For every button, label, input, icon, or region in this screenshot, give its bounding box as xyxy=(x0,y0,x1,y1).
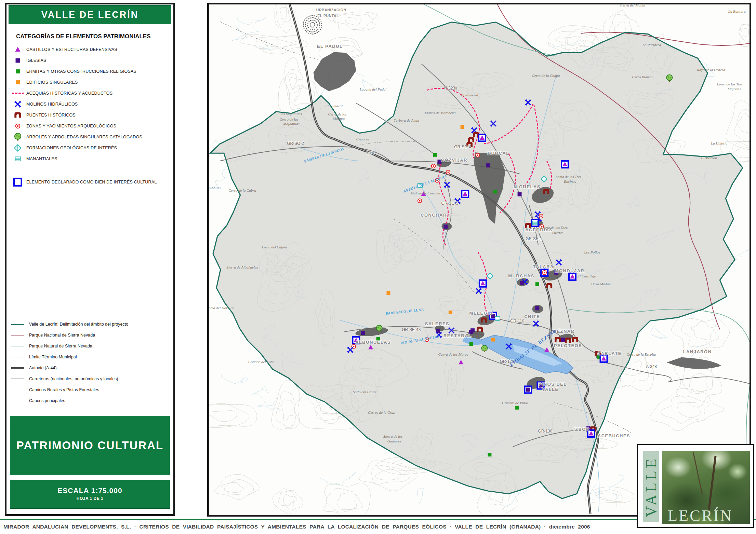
map-symbol-igl xyxy=(561,338,565,342)
map-symbol-erm xyxy=(515,406,519,410)
legend-panel: VALLE DE LECRÍN CATEGORÍAS DE ELEMENTOS … xyxy=(5,3,175,516)
legend-item-label: FORMACIONES GEOLÓGICAS DE INTERÉS xyxy=(26,146,117,150)
sheet-title: PATRIMONIO CULTURAL xyxy=(10,416,170,475)
irrigation-channel-icon xyxy=(9,88,26,98)
map-label-terrain: Turbera de Agua xyxy=(394,118,419,122)
map-label-terrain: Crucero de Pinos xyxy=(502,401,528,405)
map-label-town: MURCHAS xyxy=(508,273,534,278)
map-label-town: ALBUÑUELAS xyxy=(355,340,391,345)
valle-lecrin-logo: VALLE LECRÍN xyxy=(637,444,754,528)
map-label-road: GR-110 xyxy=(510,319,524,324)
map-label-terrain: La Paridera xyxy=(642,43,661,47)
map-label-terrain: El Castillejo xyxy=(577,274,596,278)
map-symbol-igl xyxy=(361,331,365,335)
map-label-town: PELOTEOS xyxy=(554,343,582,348)
map-label-terrain: Cijancos xyxy=(356,137,370,141)
map-label-town: DÚRCAL xyxy=(488,151,509,156)
map-label-terrain: Loma del Capón xyxy=(262,245,287,249)
map-label-town: CHITE xyxy=(524,314,540,319)
map-label-town: RESTÁBAL xyxy=(443,333,472,338)
map-label-town: EL PUNTAL xyxy=(317,14,339,18)
legend-line-label: Valle de Lecrín: Delimitación del ámbito… xyxy=(29,322,128,327)
building-icon xyxy=(9,78,26,87)
sheet-number: HOJA 1 DE 1 xyxy=(10,496,170,501)
castle-icon xyxy=(9,45,26,54)
legend-item: CASTILLOS Y ESTRUCTURAS DEFENSIVAS xyxy=(9,44,172,55)
legend-line-items: Valle de Lecrín: Delimitación del ámbito… xyxy=(11,319,172,406)
map-symbol-cast-bic xyxy=(569,273,576,280)
map-label-road: A-348 xyxy=(646,364,657,369)
rural-tracks-line-swatch xyxy=(11,390,24,390)
logo-strip: VALLE xyxy=(643,451,659,522)
legend-item: FORMACIONES GEOLÓGICAS DE INTERÉS xyxy=(9,142,172,153)
map-label-terrain: Suertes xyxy=(552,231,563,235)
map-symbol-arq xyxy=(432,164,436,168)
map-symbol-cast-bic xyxy=(561,161,568,168)
map-label-terrain: Cerro de la Escolta xyxy=(626,352,656,356)
legend-line: Caminos Rurales y Pistas Forestales xyxy=(11,384,172,395)
map-symbol-cast-bic xyxy=(462,191,468,197)
map-symbol-cast-bic xyxy=(479,134,486,141)
map-label-terrain: Sierra del Manar xyxy=(620,4,646,7)
logo-photo: LECRÍN xyxy=(662,451,750,524)
map-symbol-erm xyxy=(535,282,539,286)
legend-item: PUENTES HISTÓRICOS xyxy=(9,110,172,121)
map-symbol-edi xyxy=(491,338,495,342)
map-symbol-igl xyxy=(518,192,522,196)
geological-formation-icon xyxy=(9,143,26,153)
map-symbol-arq xyxy=(418,199,422,203)
map-label-road: N-323a xyxy=(444,86,458,91)
legend-item-label: ÁRBOLES Y ARBOLEDAS SINGULARES CATALOGAD… xyxy=(26,135,142,139)
map-label-town: MONDÚJAR xyxy=(555,268,585,273)
legend-item: ZONAS Y YACIMIENTOS ARQUEOLÓGICOS xyxy=(9,121,172,132)
legend-line-label: Cauces principales xyxy=(29,398,65,403)
legend-line-label: Límite Término Municipal xyxy=(29,355,77,359)
map-symbol-igl-bic xyxy=(525,386,531,393)
legend-line: Límite Término Municipal xyxy=(11,352,172,362)
map-label-road: GR-SO-4 xyxy=(454,145,471,149)
map-panel: URBANIZACIÓNEL PUNTALEL PADULCOZVÍJARDÚR… xyxy=(207,3,751,517)
topographic-map: URBANIZACIÓNEL PUNTALEL PADULCOZVÍJARDÚR… xyxy=(209,4,750,515)
legend-item: MOLINOS HIDRÁULICOS xyxy=(9,99,172,110)
map-sheet: VALLE DE LECRÍN CATEGORÍAS DE ELEMENTOS … xyxy=(0,0,756,534)
legend-line: Parque Nacional de Sierra Nevada xyxy=(11,330,172,341)
map-symbol-igl xyxy=(443,224,448,229)
map-label-terrain: Cerro de las Diez xyxy=(541,225,568,230)
map-label-terrain: Cueva de los Moros xyxy=(438,352,468,356)
legend-title: CATEGORÍAS DE ELEMENTOS PATRIMONIALES xyxy=(16,33,151,40)
map-symbol-igl xyxy=(520,281,524,285)
map-title-bar: VALLE DE LECRÍN xyxy=(9,5,171,24)
legend-line-label: Parque Natural de Sierra Nevada xyxy=(29,344,92,348)
map-label-terrain: Encinas xyxy=(563,179,576,183)
map-label-terrain: El Zumacal xyxy=(325,104,343,108)
map-label-road: GR-SO-5 xyxy=(441,201,458,206)
map-label-terrain: Salto del Fraile xyxy=(353,390,376,394)
map-label-town: TALARÁ xyxy=(533,264,554,269)
map-label-town: ACEBUCHES xyxy=(598,433,630,438)
legend-line-label: Carreteras (nacionales, autonómicas y lo… xyxy=(29,376,118,381)
map-symbol-man-bic xyxy=(531,219,538,226)
watermill-icon xyxy=(9,99,26,109)
map-label-terrain: Llanos de Marchena xyxy=(424,111,456,115)
map-symbol-edi xyxy=(461,125,464,129)
legend-item-label: ACEQUIAS HISTÓRICAS Y ACUEDUCTOS xyxy=(26,91,112,96)
map-symbol-edi xyxy=(449,311,452,314)
legend-item: ÁRBOLES Y ARBOLEDAS SINGULARES CATALOGAD… xyxy=(9,132,172,142)
map-label-terrain: El Romeral xyxy=(461,93,478,97)
watercourses-line-swatch xyxy=(11,401,24,401)
map-symbol-cast-bic xyxy=(600,355,607,362)
map-label-terrain: La Buitrera xyxy=(728,9,746,13)
legend-item-label: CASTILLOS Y ESTRUCTURAS DEFENSIVAS xyxy=(26,47,117,52)
legend-item-label: PUENTES HISTÓRICOS xyxy=(26,113,76,118)
map-label-terrain: Raya de la Dehesa xyxy=(697,68,725,72)
legend-item-label: EDIFICIOS SINGULARES xyxy=(26,80,78,85)
legend-item: MANANTIALES xyxy=(9,153,172,164)
map-label-town: EL PADUL xyxy=(317,44,343,49)
roads-line-swatch xyxy=(11,379,24,379)
bridge-icon xyxy=(9,110,26,120)
map-label-terrain: Loma del Hornillo xyxy=(209,306,235,310)
map-title: VALLE DE LECRÍN xyxy=(41,10,139,20)
legend-line-label: Parque Nacional de Sierra Nevada xyxy=(29,333,95,338)
church-icon xyxy=(9,56,26,65)
map-label-terrain: Cerro de las xyxy=(280,117,298,121)
